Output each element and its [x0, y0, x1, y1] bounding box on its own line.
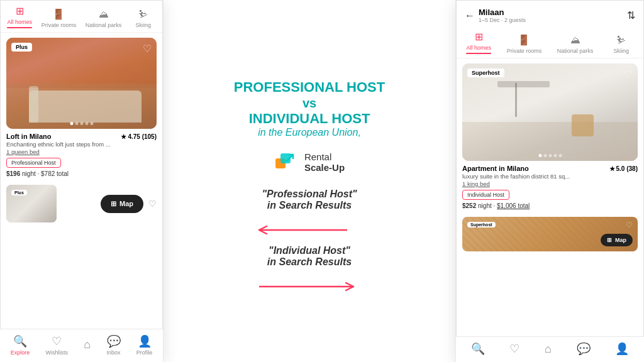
right-bottom-home[interactable]: ⌂: [545, 343, 552, 356]
ind-host-arrow-area: [176, 280, 443, 283]
right-property-description: luxury suite in the fashion district 81 …: [462, 173, 638, 180]
star-icon: ★: [121, 133, 126, 140]
property-price: $196 night · $782 total: [6, 170, 157, 177]
right-bottom-inbox[interactable]: 💬: [577, 342, 591, 356]
right-bottom-wishlists[interactable]: ♡: [509, 342, 519, 356]
annotation-1-sub: in Search Results: [267, 200, 352, 211]
right-price-total: $1,006 total: [497, 202, 530, 209]
right-map-button[interactable]: ⊞ Map: [601, 234, 633, 246]
bottom-nav-wishlists[interactable]: ♡ Wishlists: [45, 334, 68, 356]
left-nav-all-homes[interactable]: ⊞ All homes: [7, 5, 32, 28]
price-unit: night ·: [22, 170, 41, 177]
right-property-title: Apartment in Milano: [462, 165, 529, 172]
home-grid-icon-right: ⊞: [475, 31, 483, 43]
title-line-1: PROFESSIONAL HOST: [234, 79, 385, 96]
right-card-1-image[interactable]: Superhost ♡: [462, 63, 638, 161]
professional-host-badge: Professional Host: [6, 158, 61, 168]
right-header: ← Milaan 1–5 Dec · 2 guests ⇅: [456, 0, 644, 26]
right-inbox-icon: 💬: [577, 342, 591, 356]
tree-icon: ⛰: [99, 9, 109, 20]
bottom-nav-inbox[interactable]: 💬 Inbox: [106, 334, 120, 356]
profile-icon: 👤: [138, 334, 152, 348]
bottom-nav-explore[interactable]: 🔍 Explore: [11, 334, 30, 356]
door-icon: 🚪: [52, 8, 65, 20]
property-bed: 1 queen bed: [6, 148, 157, 155]
ind-host-arrow: [176, 280, 443, 293]
ski-icon: ⛷: [138, 9, 148, 20]
right-card-2: Superhost ⊞ Map ♡: [462, 217, 638, 251]
right-phone: ← Milaan 1–5 Dec · 2 guests ⇅ ⊞ All home…: [455, 0, 644, 362]
plus-badge-2: Plus: [11, 190, 27, 195]
back-arrow-icon[interactable]: ←: [465, 10, 475, 21]
superhost-badge: Superhost: [467, 69, 504, 77]
property-description: Enchanting ethnic loft just steps from .…: [6, 141, 157, 148]
annotation-2-sub: in Search Results: [267, 256, 352, 268]
left-nav-private-rooms[interactable]: 🚪 Private rooms: [42, 8, 77, 28]
pro-host-arrow: [176, 224, 443, 236]
left-card-2-thumb[interactable]: Plus: [6, 185, 57, 222]
left-nav-bar: ⊞ All homes 🚪 Private rooms ⛰ National p…: [0, 0, 163, 33]
annotation-2-text: "Individual Host": [269, 245, 350, 256]
left-card-1: Plus ♡ Loft in Milano ★ 4.75 (105) Encha…: [6, 38, 157, 180]
logo-text: Rental Scale-Up: [304, 151, 345, 173]
bottom-nav-profile[interactable]: 👤 Profile: [136, 334, 153, 356]
main-title: PROFESSIONAL HOST vs INDIVIDUAL HOST in …: [234, 79, 385, 138]
right-heart-icon: ♡: [509, 342, 519, 356]
right-price-unit: night ·: [478, 202, 497, 209]
tree-icon-right: ⛰: [570, 35, 580, 46]
map-grid-icon: ⊞: [111, 200, 116, 208]
superhost-badge-2: Superhost: [467, 222, 496, 228]
header-city-name: Milaan: [479, 8, 526, 17]
right-bottom-search[interactable]: 🔍: [471, 342, 485, 356]
right-host-badge-container: Individual Host: [462, 187, 638, 200]
map-button[interactable]: ⊞ Map: [101, 195, 143, 213]
right-card-2-thumb[interactable]: Superhost ⊞ Map ♡: [462, 217, 638, 251]
right-card-1-info: Apartment in Milano ★ 5.0 (38) luxury su…: [462, 161, 638, 212]
left-card-1-info: Loft in Milano ★ 4.75 (105) Enchanting e…: [6, 129, 157, 180]
host-badge-container: Professional Host: [6, 155, 157, 168]
filter-icon[interactable]: ⇅: [627, 9, 635, 21]
inbox-chat-icon: 💬: [107, 334, 121, 348]
right-bottom-profile[interactable]: 👤: [615, 342, 629, 356]
wishlist-heart-icon[interactable]: ♡: [143, 43, 152, 55]
center-panel: PROFESSIONAL HOST vs INDIVIDUAL HOST in …: [164, 0, 455, 362]
door-icon-right: 🚪: [518, 34, 530, 46]
left-phone: ⊞ All homes 🚪 Private rooms ⛰ National p…: [0, 0, 164, 362]
right-nav-bar: ⊞ All homes 🚪 Private rooms ⛰ National p…: [456, 26, 644, 58]
right-card1-heart-icon[interactable]: ♡: [624, 69, 633, 80]
bottom-nav-home[interactable]: ⌂: [84, 338, 91, 353]
logo-icon: [274, 150, 299, 175]
left-bottom-nav: 🔍 Explore ♡ Wishlists ⌂ 💬 Inbox 👤 Profil…: [0, 329, 163, 362]
logo-scaleup-text: Scale-Up: [304, 162, 345, 173]
right-search-icon: 🔍: [471, 342, 485, 356]
left-nav-skiing[interactable]: ⛷ Skiing: [131, 9, 156, 28]
card2-heart-icon[interactable]: ♡: [148, 199, 157, 209]
left-nav-national-parks[interactable]: ⛰ National parks: [86, 9, 122, 28]
right-map-grid-icon: ⊞: [607, 237, 612, 243]
title-vs: vs: [234, 96, 385, 111]
left-card-1-image[interactable]: Plus ♡: [6, 38, 157, 129]
annotation-1: "Professional Host" in Search Results: [262, 189, 357, 211]
right-nav-skiing[interactable]: ⛷ Skiing: [609, 35, 634, 54]
right-star-icon: ★: [609, 165, 615, 172]
plus-badge: Plus: [11, 43, 32, 52]
right-nav-national-parks[interactable]: ⛰ National parks: [557, 35, 594, 54]
right-nav-all-homes[interactable]: ⊞ All homes: [466, 31, 491, 54]
ski-icon-right: ⛷: [616, 35, 626, 46]
right-map-btn-inner[interactable]: ⊞ Map: [601, 234, 633, 246]
right-image-dots: [538, 154, 562, 157]
wishlists-heart-icon: ♡: [52, 334, 62, 348]
explore-search-icon: 🔍: [13, 334, 27, 348]
rental-scale-up-logo: Rental Scale-Up: [274, 150, 345, 175]
pro-host-arrow-area: [176, 224, 443, 226]
property-title: Loft in Milano: [6, 133, 51, 140]
right-card2-heart-icon[interactable]: ♡: [626, 221, 633, 229]
annotation-2: "Individual Host" in Search Results: [267, 245, 352, 268]
individual-host-badge: Individual Host: [462, 190, 509, 200]
logo-rental-text: Rental: [304, 151, 345, 162]
right-nav-private-rooms[interactable]: 🚪 Private rooms: [507, 34, 542, 54]
right-bottom-nav: 🔍 ♡ ⌂ 💬 👤: [456, 336, 644, 362]
home-grid-icon: ⊞: [16, 5, 24, 17]
header-city-info: Milaan 1–5 Dec · 2 guests: [479, 8, 526, 23]
property-rating: ★ 4.75 (105): [121, 133, 157, 140]
